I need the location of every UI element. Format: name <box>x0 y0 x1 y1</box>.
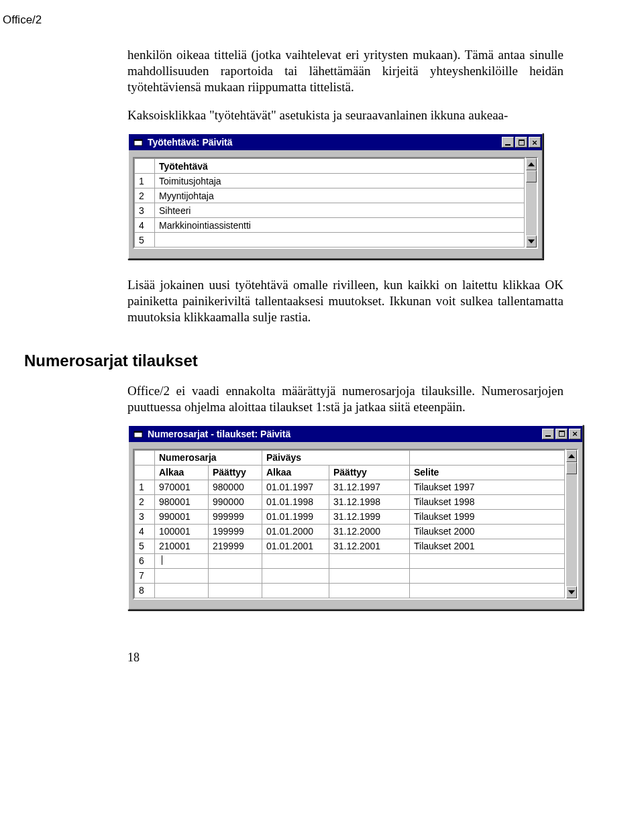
column-header[interactable]: Työtehtävä <box>155 159 525 174</box>
maximize-button[interactable] <box>555 429 568 439</box>
window-numerosarjat: Numerosarjat - tilaukset: Päivitä × Nume… <box>127 425 584 610</box>
section-body: Office/2 ei vaadi ennakolta määrättyjä n… <box>127 383 564 415</box>
table-row[interactable]: 1Toimitusjohtaja <box>135 174 525 188</box>
close-button[interactable]: × <box>529 137 541 148</box>
table-row[interactable]: 4Markkinointiassistentti <box>135 218 525 233</box>
column-header-paattyy2[interactable]: Päättyy <box>329 465 410 480</box>
scroll-down-button[interactable] <box>566 586 577 598</box>
header-tag: Office/2 <box>3 13 584 27</box>
table-row[interactable]: 5 <box>135 233 525 248</box>
table-row[interactable]: 2Myyntijohtaja <box>135 188 525 203</box>
window-icon <box>133 429 144 439</box>
data-grid[interactable]: Numerosarja Päiväys Alkaa Päättyy Alkaa … <box>133 449 566 600</box>
active-cell[interactable] <box>155 553 209 568</box>
table-row[interactable]: 399000199999901.01.199931.12.1999Tilauks… <box>135 509 565 524</box>
scroll-thumb[interactable] <box>526 170 537 182</box>
data-grid[interactable]: Työtehtävä 1Toimitusjohtaja 2Myyntijohta… <box>133 157 526 249</box>
table-row[interactable]: 197000198000001.01.199731.12.1997Tilauks… <box>135 480 565 494</box>
grid-container: Numerosarja Päiväys Alkaa Päättyy Alkaa … <box>129 442 582 609</box>
table-row[interactable]: 7 <box>135 568 565 583</box>
scroll-track[interactable] <box>566 474 577 586</box>
window-title: Numerosarjat - tilaukset: Päivitä <box>146 429 542 439</box>
table-row[interactable]: 298000199000001.01.199831.12.1998Tilauks… <box>135 494 565 509</box>
grid-container: Työtehtävä 1Toimitusjohtaja 2Myyntijohta… <box>129 150 542 258</box>
intro-paragraph-2: Kaksoisklikkaa "työtehtävät" asetukista … <box>127 107 564 123</box>
column-header-paattyy1[interactable]: Päättyy <box>209 465 262 480</box>
svg-rect-3 <box>134 431 142 433</box>
svg-rect-1 <box>134 140 142 141</box>
after-paragraph: Lisää jokainen uusi työtehtävä omalle ri… <box>127 277 564 325</box>
minimize-button[interactable] <box>542 429 554 439</box>
close-button[interactable]: × <box>569 429 581 439</box>
section-heading: Numerosarjat tilaukset <box>24 351 584 370</box>
table-row[interactable]: 3Sihteeri <box>135 203 525 218</box>
page-number: 18 <box>127 651 584 665</box>
scroll-down-button[interactable] <box>526 235 537 248</box>
maximize-button[interactable] <box>515 137 527 148</box>
table-row[interactable]: 410000119999901.01.200031.12.2000Tilauks… <box>135 524 565 539</box>
column-group-paivays: Päiväys <box>262 450 410 465</box>
column-header-alkaa1[interactable]: Alkaa <box>155 465 209 480</box>
titlebar[interactable]: Työtehtävä: Päivitä × <box>129 134 542 150</box>
window-tyotehtava: Työtehtävä: Päivitä × Työtehtävä <box>127 133 543 260</box>
column-group-numerosarja: Numerosarja <box>155 450 262 465</box>
minimize-button[interactable] <box>502 137 514 148</box>
scroll-track[interactable] <box>526 182 537 235</box>
table-row[interactable]: 521000121999901.01.200131.12.2001Tilauks… <box>135 539 565 553</box>
vertical-scrollbar[interactable] <box>566 449 578 600</box>
scroll-thumb[interactable] <box>566 462 577 474</box>
vertical-scrollbar[interactable] <box>526 157 538 249</box>
scroll-up-button[interactable] <box>566 450 577 462</box>
window-title: Työtehtävä: Päivitä <box>146 137 502 148</box>
titlebar[interactable]: Numerosarjat - tilaukset: Päivitä × <box>129 426 582 442</box>
scroll-up-button[interactable] <box>526 158 537 170</box>
page: Office/2 henkilön oikeaa titteliä (jotka… <box>0 0 644 692</box>
column-header-alkaa2[interactable]: Alkaa <box>262 465 329 480</box>
table-row[interactable]: 6 <box>135 553 565 568</box>
table-row[interactable]: 8 <box>135 583 565 598</box>
window-icon <box>133 137 144 148</box>
column-header-selite[interactable]: Selite <box>410 465 565 480</box>
intro-paragraph-1: henkilön oikeaa titteliä (jotka vaihtele… <box>127 47 564 95</box>
